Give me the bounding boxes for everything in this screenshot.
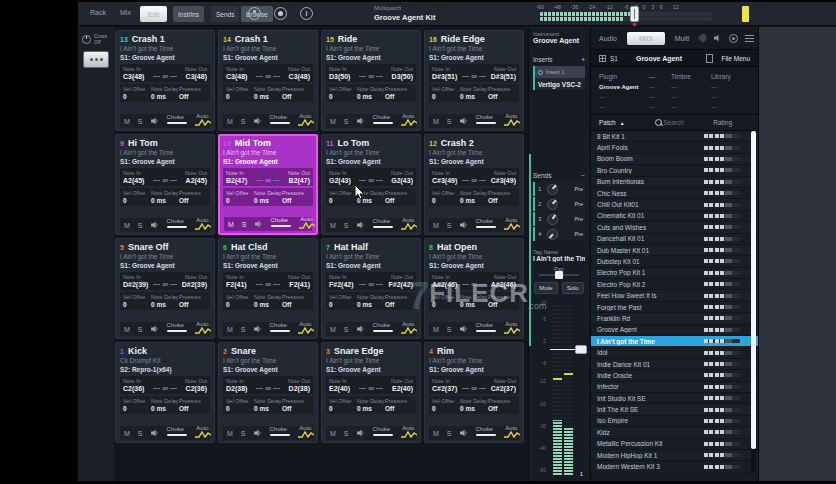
patch-rating-bar[interactable] [704, 373, 740, 377]
note-in-value[interactable]: E2(40) [329, 385, 350, 392]
patch-list-item[interactable]: Electro Pop Kit 1 [591, 268, 758, 279]
pad-solo-button[interactable]: S [447, 430, 452, 437]
filter-cell[interactable]: — [711, 84, 755, 90]
pad-solo-button[interactable]: S [138, 118, 143, 125]
note-link-icon[interactable]: ∞ [359, 386, 383, 392]
pad-solo-button[interactable]: S [241, 326, 246, 333]
drum-pad[interactable]: 2 Snare I Ain't got the Time S1: Groove … [218, 342, 318, 443]
note-in-value[interactable]: D#2(39) [123, 281, 148, 288]
speaker-icon[interactable] [151, 117, 159, 125]
pad-solo-button[interactable]: S [138, 222, 143, 229]
drum-pad[interactable]: 6 Hat Clsd I Ain't got the Time S1: Groo… [218, 238, 318, 339]
inst-ins-button[interactable]: Inst/Ins [173, 6, 204, 22]
pad-auto-button[interactable]: Auto [195, 113, 211, 126]
pad-engine[interactable]: S1: Groove Agent [120, 158, 210, 165]
patch-list-item[interactable]: 8 Bit Kit 1 [591, 131, 758, 142]
pad-engine[interactable]: S1: Groove Agent [429, 262, 519, 269]
speaker-icon[interactable] [255, 220, 263, 228]
vel-offset-value[interactable]: 0 [329, 93, 357, 100]
note-out-value[interactable]: C3(48) [289, 73, 310, 80]
pressure-value[interactable]: Off [488, 301, 516, 308]
patch-rating-bar[interactable] [704, 259, 740, 263]
inserts-add-button[interactable]: + [581, 56, 585, 63]
drum-pad[interactable]: 16 Ride Edge I Ain't got the Time S1: Gr… [424, 30, 524, 131]
pad-choke-button[interactable]: Choke [476, 426, 496, 436]
note-delay-value[interactable]: 0 ms [357, 405, 385, 412]
patch-list-item[interactable]: Bro Country [591, 165, 758, 176]
pad-choke-button[interactable]: Choke [476, 218, 496, 228]
pad-mute-button[interactable]: M [124, 222, 130, 229]
patch-rating-bar[interactable] [704, 146, 740, 150]
patch-list-item[interactable]: Idol [591, 347, 758, 358]
patch-list-item[interactable]: Chill Out Kit01 [591, 199, 758, 210]
pad-choke-button[interactable]: Choke [476, 114, 496, 124]
master-volume-handle[interactable] [630, 6, 639, 22]
patch-rating-bar[interactable] [704, 430, 740, 434]
send-slot[interactable]: 2 Pre [533, 197, 585, 211]
filter-cell[interactable]: — [599, 94, 649, 100]
knob-icon[interactable] [248, 7, 261, 20]
pad-solo-button[interactable]: S [241, 118, 246, 125]
pad-solo-button[interactable]: S [241, 430, 246, 437]
send-pre-button[interactable]: Pre [574, 201, 583, 207]
send-slot[interactable]: 3 Pre [533, 212, 585, 226]
pad-choke-button[interactable]: Choke [167, 322, 187, 332]
vel-offset-value[interactable]: 0 [123, 93, 151, 100]
pad-auto-button[interactable]: Auto [299, 216, 315, 229]
note-out-value[interactable]: C3(48) [186, 73, 207, 80]
filter-header-library[interactable]: Library [711, 73, 755, 80]
send-pre-button[interactable]: Pre [574, 216, 583, 222]
pressure-value[interactable]: Off [488, 93, 516, 100]
volume-fader-handle[interactable] [575, 345, 587, 354]
note-in-value[interactable]: F#2(42) [329, 281, 354, 288]
pad-solo-button[interactable]: S [344, 222, 349, 229]
settings-icon[interactable] [729, 34, 738, 43]
vel-offset-value[interactable]: 0 [123, 197, 151, 204]
patch-rating-bar[interactable] [704, 294, 740, 298]
rating-column-header[interactable]: Rating [713, 119, 732, 126]
pad-choke-button[interactable]: Choke [167, 114, 187, 124]
patch-list-item[interactable]: Kidz [591, 427, 758, 438]
note-link-icon[interactable]: ∞ [153, 282, 177, 288]
note-link-icon[interactable]: ∞ [359, 74, 383, 80]
pressure-value[interactable]: Off [282, 197, 310, 204]
pad-choke-button[interactable]: Choke [373, 218, 393, 228]
pressure-value[interactable]: Off [179, 93, 207, 100]
pad-mute-button[interactable]: M [433, 326, 439, 333]
pad-mute-button[interactable]: M [330, 430, 336, 437]
note-link-icon[interactable]: ∞ [462, 74, 486, 80]
pad-mute-button[interactable]: M [433, 222, 439, 229]
pressure-value[interactable]: Off [385, 405, 413, 412]
patch-rating-bar[interactable] [704, 271, 740, 275]
patch-list-item[interactable]: Bum Intentionas [591, 177, 758, 188]
pad-auto-button[interactable]: Auto [401, 113, 417, 126]
pressure-value[interactable]: Off [282, 93, 310, 100]
note-out-value[interactable]: F2(41) [289, 281, 310, 288]
patch-list-item[interactable]: I Ain't got the Time [591, 336, 758, 347]
speaker-icon[interactable] [460, 429, 468, 437]
note-out-value[interactable]: D2(38) [289, 385, 310, 392]
tab-rack[interactable]: Rack [90, 9, 106, 16]
pressure-value[interactable]: Off [385, 197, 413, 204]
patch-list-item[interactable]: Dancehall Kit 01 [591, 234, 758, 245]
drum-pad[interactable]: 13 Crash 1 I Ain't got the Time S1: Groo… [115, 30, 215, 131]
patch-rating-bar[interactable] [704, 203, 740, 207]
vel-offset-value[interactable]: 0 [329, 301, 357, 308]
speaker-icon[interactable] [357, 429, 365, 437]
drum-pad[interactable]: 9 Hi Tom I Ain't got the Time S1: Groove… [115, 134, 215, 235]
patch-list-item[interactable]: Franklin Rd [591, 313, 758, 324]
note-link-icon[interactable]: ∞ [462, 282, 486, 288]
pad-mute-button[interactable]: M [330, 326, 336, 333]
multipatch-display[interactable]: Multipatch Groove Agent Kit [374, 5, 435, 22]
note-out-value[interactable]: F#2(42) [388, 281, 413, 288]
pad-mute-button[interactable]: M [433, 118, 439, 125]
note-link-icon[interactable]: ∞ [153, 74, 177, 80]
patch-list-item[interactable]: Boom Boom [591, 154, 758, 165]
patch-rating-bar[interactable] [704, 168, 740, 172]
speaker-icon[interactable] [254, 429, 262, 437]
kit-thumbnail[interactable] [83, 51, 109, 68]
pressure-value[interactable]: Off [282, 301, 310, 308]
note-in-value[interactable]: A2(45) [123, 177, 144, 184]
vel-offset-value[interactable]: 0 [226, 301, 254, 308]
patch-rating-bar[interactable] [704, 385, 740, 389]
